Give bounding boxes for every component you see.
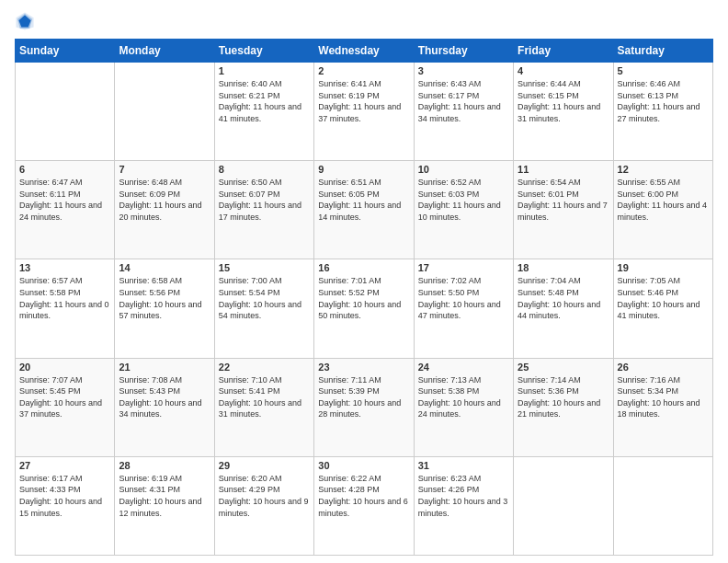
- week-row-1: 6Sunrise: 6:47 AM Sunset: 6:11 PM Daylig…: [16, 161, 713, 259]
- calendar-cell: 27Sunrise: 6:17 AM Sunset: 4:33 PM Dayli…: [16, 456, 115, 555]
- calendar-cell: [16, 63, 115, 161]
- calendar-cell: 11Sunrise: 6:54 AM Sunset: 6:01 PM Dayli…: [514, 161, 613, 259]
- day-number: 16: [318, 262, 409, 273]
- calendar-cell: 20Sunrise: 7:07 AM Sunset: 5:45 PM Dayli…: [16, 358, 115, 456]
- day-info: Sunrise: 6:23 AM Sunset: 4:26 PM Dayligh…: [418, 473, 509, 519]
- week-row-3: 20Sunrise: 7:07 AM Sunset: 5:45 PM Dayli…: [16, 358, 713, 456]
- day-number: 9: [318, 164, 409, 175]
- day-number: 23: [318, 362, 409, 373]
- day-info: Sunrise: 6:51 AM Sunset: 6:05 PM Dayligh…: [318, 177, 409, 223]
- day-number: 6: [19, 164, 110, 175]
- calendar-cell: 5Sunrise: 6:46 AM Sunset: 6:13 PM Daylig…: [613, 63, 712, 161]
- day-number: 18: [518, 262, 609, 273]
- calendar-cell: 9Sunrise: 6:51 AM Sunset: 6:05 PM Daylig…: [314, 161, 414, 259]
- day-info: Sunrise: 7:01 AM Sunset: 5:52 PM Dayligh…: [318, 275, 409, 321]
- day-info: Sunrise: 6:52 AM Sunset: 6:03 PM Dayligh…: [418, 177, 509, 223]
- day-number: 15: [219, 262, 310, 273]
- calendar-cell: 10Sunrise: 6:52 AM Sunset: 6:03 PM Dayli…: [414, 161, 513, 259]
- logo-icon: [15, 11, 35, 31]
- day-number: 31: [418, 460, 509, 471]
- weekday-header-tuesday: Tuesday: [214, 40, 313, 63]
- header: [15, 11, 713, 31]
- day-number: 14: [119, 262, 210, 273]
- day-number: 4: [518, 65, 609, 76]
- day-number: 28: [119, 460, 210, 471]
- calendar-body: 1Sunrise: 6:40 AM Sunset: 6:21 PM Daylig…: [16, 63, 713, 556]
- calendar-cell: [514, 456, 613, 555]
- day-number: 26: [618, 362, 709, 373]
- day-number: 7: [119, 164, 210, 175]
- day-info: Sunrise: 6:41 AM Sunset: 6:19 PM Dayligh…: [318, 78, 409, 124]
- calendar-cell: 19Sunrise: 7:05 AM Sunset: 5:46 PM Dayli…: [613, 259, 712, 358]
- day-info: Sunrise: 7:04 AM Sunset: 5:48 PM Dayligh…: [518, 275, 609, 321]
- week-row-4: 27Sunrise: 6:17 AM Sunset: 4:33 PM Dayli…: [16, 456, 713, 555]
- calendar-cell: 8Sunrise: 6:50 AM Sunset: 6:07 PM Daylig…: [214, 161, 313, 259]
- day-number: 19: [618, 262, 709, 273]
- day-info: Sunrise: 6:50 AM Sunset: 6:07 PM Dayligh…: [219, 177, 310, 223]
- calendar-cell: 31Sunrise: 6:23 AM Sunset: 4:26 PM Dayli…: [414, 456, 513, 555]
- calendar-cell: 7Sunrise: 6:48 AM Sunset: 6:09 PM Daylig…: [115, 161, 214, 259]
- day-info: Sunrise: 7:13 AM Sunset: 5:38 PM Dayligh…: [418, 374, 509, 420]
- weekday-header-monday: Monday: [115, 40, 214, 63]
- day-number: 12: [618, 164, 709, 175]
- calendar-cell: [613, 456, 712, 555]
- calendar-cell: 2Sunrise: 6:41 AM Sunset: 6:19 PM Daylig…: [314, 63, 414, 161]
- calendar-cell: 16Sunrise: 7:01 AM Sunset: 5:52 PM Dayli…: [314, 259, 414, 358]
- day-number: 29: [219, 460, 310, 471]
- day-number: 21: [119, 362, 210, 373]
- day-info: Sunrise: 6:22 AM Sunset: 4:28 PM Dayligh…: [318, 473, 409, 519]
- calendar-cell: 3Sunrise: 6:43 AM Sunset: 6:17 PM Daylig…: [414, 63, 513, 161]
- day-number: 8: [219, 164, 310, 175]
- day-number: 1: [219, 65, 310, 76]
- day-info: Sunrise: 7:11 AM Sunset: 5:39 PM Dayligh…: [318, 374, 409, 420]
- calendar-cell: 4Sunrise: 6:44 AM Sunset: 6:15 PM Daylig…: [514, 63, 613, 161]
- day-number: 20: [19, 362, 110, 373]
- calendar-cell: [115, 63, 214, 161]
- day-number: 10: [418, 164, 509, 175]
- logo: [15, 11, 39, 31]
- day-number: 22: [219, 362, 310, 373]
- day-number: 5: [618, 65, 709, 76]
- day-info: Sunrise: 6:17 AM Sunset: 4:33 PM Dayligh…: [19, 473, 110, 519]
- calendar-cell: 24Sunrise: 7:13 AM Sunset: 5:38 PM Dayli…: [414, 358, 513, 456]
- day-info: Sunrise: 6:58 AM Sunset: 5:56 PM Dayligh…: [119, 275, 210, 321]
- week-row-0: 1Sunrise: 6:40 AM Sunset: 6:21 PM Daylig…: [16, 63, 713, 161]
- day-info: Sunrise: 6:54 AM Sunset: 6:01 PM Dayligh…: [518, 177, 609, 223]
- day-info: Sunrise: 7:05 AM Sunset: 5:46 PM Dayligh…: [618, 275, 709, 321]
- weekday-header-row: SundayMondayTuesdayWednesdayThursdayFrid…: [16, 40, 713, 63]
- week-row-2: 13Sunrise: 6:57 AM Sunset: 5:58 PM Dayli…: [16, 259, 713, 358]
- day-number: 2: [318, 65, 409, 76]
- calendar-cell: 30Sunrise: 6:22 AM Sunset: 4:28 PM Dayli…: [314, 456, 414, 555]
- day-info: Sunrise: 6:46 AM Sunset: 6:13 PM Dayligh…: [618, 78, 709, 124]
- calendar-cell: 22Sunrise: 7:10 AM Sunset: 5:41 PM Dayli…: [214, 358, 313, 456]
- calendar-cell: 29Sunrise: 6:20 AM Sunset: 4:29 PM Dayli…: [214, 456, 313, 555]
- day-info: Sunrise: 6:20 AM Sunset: 4:29 PM Dayligh…: [219, 473, 310, 519]
- weekday-header-saturday: Saturday: [613, 40, 712, 63]
- day-info: Sunrise: 6:55 AM Sunset: 6:00 PM Dayligh…: [618, 177, 709, 223]
- day-info: Sunrise: 6:19 AM Sunset: 4:31 PM Dayligh…: [119, 473, 210, 519]
- day-info: Sunrise: 6:48 AM Sunset: 6:09 PM Dayligh…: [119, 177, 210, 223]
- calendar-cell: 21Sunrise: 7:08 AM Sunset: 5:43 PM Dayli…: [115, 358, 214, 456]
- calendar-cell: 17Sunrise: 7:02 AM Sunset: 5:50 PM Dayli…: [414, 259, 513, 358]
- calendar-cell: 18Sunrise: 7:04 AM Sunset: 5:48 PM Dayli…: [514, 259, 613, 358]
- weekday-header-wednesday: Wednesday: [314, 40, 414, 63]
- calendar-cell: 6Sunrise: 6:47 AM Sunset: 6:11 PM Daylig…: [16, 161, 115, 259]
- calendar-cell: 25Sunrise: 7:14 AM Sunset: 5:36 PM Dayli…: [514, 358, 613, 456]
- day-info: Sunrise: 7:08 AM Sunset: 5:43 PM Dayligh…: [119, 374, 210, 420]
- day-number: 13: [19, 262, 110, 273]
- day-number: 3: [418, 65, 509, 76]
- day-number: 25: [518, 362, 609, 373]
- calendar-cell: 13Sunrise: 6:57 AM Sunset: 5:58 PM Dayli…: [16, 259, 115, 358]
- calendar-cell: 14Sunrise: 6:58 AM Sunset: 5:56 PM Dayli…: [115, 259, 214, 358]
- day-info: Sunrise: 6:57 AM Sunset: 5:58 PM Dayligh…: [19, 275, 110, 321]
- calendar-cell: 28Sunrise: 6:19 AM Sunset: 4:31 PM Dayli…: [115, 456, 214, 555]
- calendar-cell: 1Sunrise: 6:40 AM Sunset: 6:21 PM Daylig…: [214, 63, 313, 161]
- day-info: Sunrise: 7:07 AM Sunset: 5:45 PM Dayligh…: [19, 374, 110, 420]
- calendar-header: SundayMondayTuesdayWednesdayThursdayFrid…: [16, 40, 713, 63]
- day-info: Sunrise: 7:14 AM Sunset: 5:36 PM Dayligh…: [518, 374, 609, 420]
- day-info: Sunrise: 7:16 AM Sunset: 5:34 PM Dayligh…: [618, 374, 709, 420]
- day-number: 30: [318, 460, 409, 471]
- weekday-header-thursday: Thursday: [414, 40, 513, 63]
- day-info: Sunrise: 6:43 AM Sunset: 6:17 PM Dayligh…: [418, 78, 509, 124]
- calendar-cell: 23Sunrise: 7:11 AM Sunset: 5:39 PM Dayli…: [314, 358, 414, 456]
